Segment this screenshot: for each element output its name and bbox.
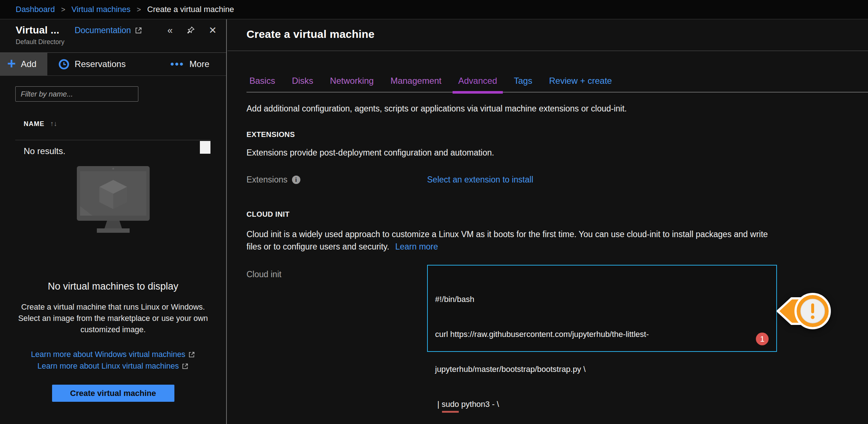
create-virtual-machine-button[interactable]: Create virtual machine	[52, 385, 174, 402]
empty-state-description: Create a virtual machine that runs Linux…	[15, 302, 212, 335]
list-scrollbar-thumb[interactable]	[200, 141, 210, 154]
exclamation-icon	[811, 303, 814, 313]
learn-windows-vm-label: Learn more about Windows virtual machine…	[31, 350, 185, 359]
select-extension-link[interactable]: Select an extension to install	[427, 175, 533, 185]
code-line: | sudo python3 - \	[435, 399, 776, 410]
cloud-init-textarea[interactable]: #!/bin/bash curl https://raw.githubuserc…	[427, 265, 777, 352]
create-vm-blade: Create a virtual machine Basics Disks Ne…	[228, 19, 868, 424]
vm-monitor-illustration	[75, 166, 151, 237]
blade-header: Create a virtual machine	[228, 19, 868, 51]
panel-toolbar: + Add Reservations ••• More	[0, 53, 226, 76]
panel-header: Virtual ... Documentation « ✕ Default Di…	[0, 19, 226, 53]
learn-linux-vm-link[interactable]: Learn more about Linux virtual machines	[38, 362, 189, 370]
reservations-button[interactable]: Reservations	[58, 53, 126, 75]
reservations-button-label: Reservations	[75, 59, 126, 69]
tab-networking[interactable]: Networking	[327, 76, 376, 92]
tab-tags[interactable]: Tags	[511, 76, 535, 92]
virtual-machines-panel: Virtual ... Documentation « ✕ Default Di…	[0, 19, 227, 424]
chevron-right-icon: >	[61, 5, 66, 14]
breadcrumb-virtual-machines[interactable]: Virtual machines	[71, 5, 130, 14]
external-link-icon	[188, 351, 195, 358]
breadcrumb-dashboard[interactable]: Dashboard	[16, 5, 55, 14]
chevron-right-icon: >	[137, 5, 141, 14]
extensions-section-description: Extensions provide post-deployment confi…	[246, 148, 494, 158]
tab-basics[interactable]: Basics	[246, 76, 278, 92]
breadcrumb: Dashboard > Virtual machines > Create a …	[0, 0, 868, 19]
sudo-misspelled-word: sudo	[442, 399, 459, 410]
info-icon[interactable]: i	[292, 176, 300, 184]
extensions-field-row: Extensions i Select an extension to inst…	[246, 175, 868, 185]
extensions-section-title: EXTENSIONS	[246, 130, 295, 139]
documentation-link[interactable]: Documentation	[75, 25, 142, 35]
external-link-icon	[135, 27, 142, 34]
tab-management[interactable]: Management	[387, 76, 444, 92]
external-link-icon	[182, 363, 189, 370]
page-title: Create a virtual machine	[228, 19, 868, 40]
list-divider	[15, 140, 210, 140]
empty-state-title: No virtual machines to display	[0, 281, 226, 292]
learn-more-link[interactable]: Learn more	[395, 242, 438, 251]
no-results-text: No results.	[24, 146, 66, 156]
tab-advanced[interactable]: Advanced	[455, 76, 500, 92]
clock-icon	[58, 59, 70, 70]
blade-content: Basics Disks Networking Management Advan…	[228, 51, 868, 424]
add-button[interactable]: + Add	[0, 53, 47, 75]
more-button-label: More	[189, 59, 209, 69]
tab-disks[interactable]: Disks	[289, 76, 316, 92]
code-line4-prefix: |	[435, 400, 442, 409]
annotation-count-badge: 1	[756, 333, 769, 345]
breadcrumb-current: Create a virtual machine	[147, 5, 234, 14]
wizard-tabs: Basics Disks Networking Management Advan…	[246, 76, 868, 93]
code-line4-suffix: python3 - \	[459, 400, 499, 409]
sort-icon: ↑↓	[50, 120, 57, 128]
code-line: #!/bin/bash	[435, 294, 776, 305]
close-panel-icon[interactable]: ✕	[209, 25, 217, 35]
learn-linux-vm-label: Learn more about Linux virtual machines	[38, 362, 179, 370]
tab-review-create[interactable]: Review + create	[546, 76, 615, 92]
code-line: jupyterhub/master/bootstrap/bootstrap.py…	[435, 364, 776, 375]
cloud-init-section-description: Cloud init is a widely used approach to …	[246, 228, 778, 253]
camera-dot	[112, 168, 114, 169]
filter-by-name-input[interactable]	[15, 86, 138, 102]
code-line: curl https://raw.githubusercontent.com/j…	[435, 329, 776, 340]
collapse-panel-icon[interactable]: «	[167, 25, 173, 35]
panel-title: Virtual ...	[16, 24, 59, 36]
learn-windows-vm-link[interactable]: Learn more about Windows virtual machine…	[31, 350, 195, 359]
more-button[interactable]: ••• More	[170, 53, 209, 75]
plus-icon: +	[7, 58, 16, 69]
ellipsis-icon: •••	[170, 58, 184, 70]
name-column-label: NAME	[24, 120, 44, 128]
warning-annotation-marker	[776, 288, 834, 336]
cloud-init-description-text: Cloud init is a widely used approach to …	[246, 229, 768, 251]
add-button-label: Add	[21, 59, 36, 69]
pin-icon[interactable]	[186, 25, 196, 35]
documentation-link-label: Documentation	[75, 25, 131, 35]
name-column-header[interactable]: NAME ↑↓	[24, 120, 57, 128]
extensions-field-label-text: Extensions	[246, 175, 288, 185]
advanced-tab-intro: Add additional configuration, agents, sc…	[246, 104, 627, 114]
directory-label: Default Directory	[16, 38, 226, 46]
cloud-init-field-label: Cloud init	[246, 270, 281, 279]
extensions-field-label: Extensions i	[246, 175, 300, 185]
cloud-init-section-title: CLOUD INIT	[246, 210, 289, 219]
